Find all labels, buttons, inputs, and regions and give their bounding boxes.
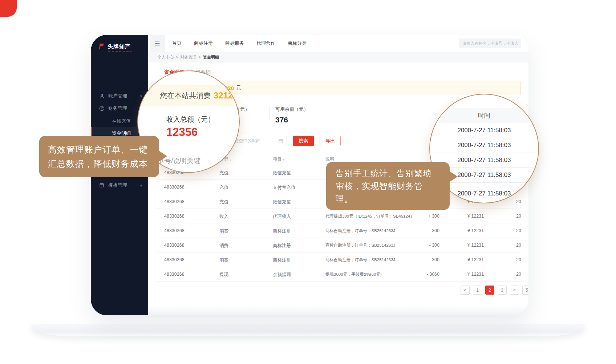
breadcrumb-part[interactable]: 财务管理 (180, 54, 196, 60)
breadcrumb-separator: > (176, 55, 178, 59)
brand-name: 头牌知产 (108, 43, 131, 50)
corner-decoration (0, 0, 17, 17)
banner-unit: 元 (236, 85, 241, 91)
top-nav: ☰ 首页 商标注册 商标服务 代理合作 商标分类 (148, 35, 528, 52)
magnified-banner: 您在本站共消费 32124 元 (137, 85, 240, 106)
export-button[interactable]: 导出 (320, 136, 341, 146)
sort-caret-icon: ∨ (283, 158, 285, 161)
finance-icon (99, 105, 105, 111)
prev-page-button[interactable]: < (461, 286, 470, 295)
magnified-time-header: 时间 (430, 108, 538, 123)
magnified-time-row: 2000-7-27 11:58:03 (432, 123, 536, 138)
breadcrumb: 个人中心 > 财务管理 > 资金明细 (148, 52, 528, 62)
stat-balance: 可用余额（元） 376 (275, 106, 308, 124)
nav-links: 首页 商标注册 商标服务 代理合作 商标分类 (172, 35, 307, 52)
col-project[interactable]: 项目∨ (273, 156, 285, 162)
breadcrumb-current: 资金明细 (203, 54, 219, 60)
table-row: 48330268收入 代理收入代理提成300元（ID:1245，订单号：SB45… (156, 209, 521, 223)
page-button-1[interactable]: 1 (473, 286, 482, 295)
page-button-2-active[interactable]: 2 (485, 286, 494, 295)
divider (269, 106, 270, 121)
breadcrumb-part[interactable]: 个人中心 (158, 54, 174, 60)
menu-icon[interactable]: ☰ (150, 35, 165, 52)
page-button-4[interactable]: 4 (510, 286, 519, 295)
magnified-stat-value: 12356 (166, 126, 198, 139)
pagination: < 1 2 3 4 5 (461, 286, 528, 295)
table-row: 48330268消费 商标注册商标自助注册，订单号：SB2514263J - 3… (156, 223, 521, 238)
table-row: 48330268提现 余额提现提现3000元，手续费2%(60元) - 3060… (156, 267, 521, 282)
sidebar-item-label: 模板管理 (108, 182, 127, 189)
sidebar-item-template[interactable]: 模板管理 ∨ (91, 179, 148, 191)
sort-caret-icon: ∨ (229, 158, 232, 161)
tooltip-arrow (449, 171, 458, 182)
chevron-down-icon: ∨ (140, 183, 142, 187)
tooltip-arrow (158, 150, 167, 162)
tooltip-left: 高效管理账户订单、一键 汇总数据，降低财务成本 (39, 136, 159, 177)
logo-subtext (108, 51, 131, 52)
logo: 头牌知产 (98, 43, 131, 50)
calendar-icon (278, 138, 283, 143)
nav-item-home[interactable]: 首页 (172, 40, 182, 46)
sidebar-item-label: 账户管理 (108, 93, 127, 99)
magnified-stat-label: 收入总额（元） (166, 115, 215, 124)
search-button[interactable]: 搜索 (293, 136, 314, 146)
chevron-down-icon: ∨ (140, 94, 142, 98)
sidebar-item-account[interactable]: 账户管理 ∨ (91, 90, 148, 102)
laptop-base (31, 324, 585, 336)
nav-item-trademark-class[interactable]: 商标分类 (288, 40, 307, 46)
tooltip-right: 告别手工统计、告别繁琐 审核，实现智能财务管 理。 (326, 162, 450, 210)
magnified-time-row: 2000-7-27 11:58:03 (432, 138, 536, 153)
nav-item-agent[interactable]: 代理合作 (256, 40, 275, 46)
col-desc: 说明 (325, 156, 334, 162)
table-row: 48330268消费 商标注册商标自助注册，订单号：SB2514263J - 3… (156, 252, 521, 267)
breadcrumb-separator: > (198, 55, 200, 59)
template-icon (99, 182, 105, 188)
page: 头牌知产 账户管理 ∨ 财务管理 ∧ 在线充值 (0, 0, 616, 364)
logo-icon (98, 43, 105, 50)
nav-item-trademark-register[interactable]: 商标注册 (194, 40, 213, 46)
page-button-5[interactable]: 5 (522, 286, 528, 295)
footer-strip (148, 305, 528, 315)
page-button-3[interactable]: 3 (498, 286, 507, 295)
nav-item-trademark-service[interactable]: 商标服务 (225, 40, 244, 46)
user-icon (99, 93, 105, 99)
search-input[interactable] (459, 39, 521, 48)
table-row: 48330268消费 商标注册商标自助注册，订单号：SB2514263J - 3… (156, 238, 521, 252)
sidebar-item-label: 财务管理 (108, 105, 127, 112)
